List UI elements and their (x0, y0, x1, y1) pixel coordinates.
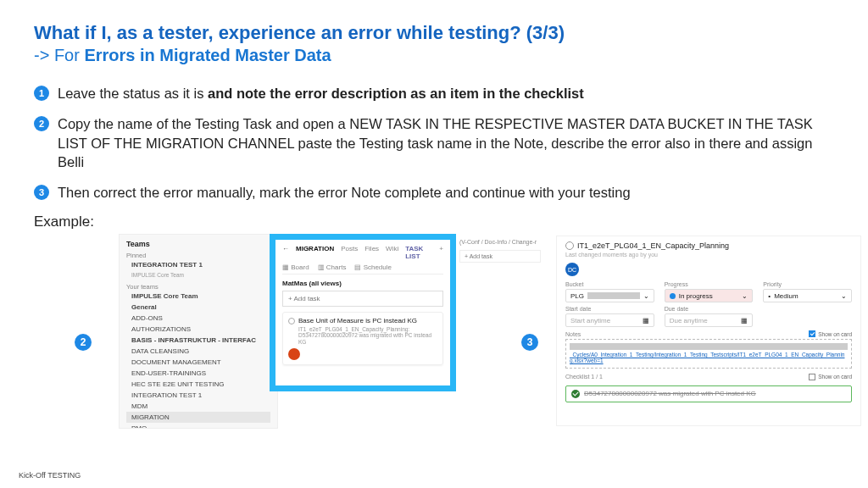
tab-tasklist[interactable]: TASK LIST (405, 245, 432, 260)
task-title: IT1_e2eT_PLG04_1_EN_Capacity_Planning (577, 241, 729, 250)
team-name[interactable]: IMPULSE Core Team (126, 291, 270, 302)
sidebar-item[interactable]: AUTHORIZATIONS (126, 324, 270, 335)
side-add-task[interactable]: + Add task (459, 250, 541, 263)
side-bucket-label: (V-Conf / Doc-Info / Change-r (459, 239, 541, 245)
slide-title-line2: -> For Errors in Migrated Master Data (34, 46, 834, 65)
step-3-text: Then correct the error manually, mark th… (58, 183, 834, 202)
priority-select[interactable]: •Medium⌄ (763, 289, 852, 302)
title-bold: Errors in Migrated Master Data (84, 46, 331, 64)
view-board[interactable]: ▦ Board (282, 263, 309, 271)
step-num-3: 3 (34, 185, 49, 200)
card-title: Base Unit of Measure is PC instead KG (298, 317, 437, 324)
start-date-input[interactable]: Start anytime▦ (565, 313, 654, 327)
view-charts[interactable]: ▥ Charts (318, 263, 347, 271)
calendar-icon: ▦ (741, 317, 748, 324)
step-num-2: 2 (34, 116, 49, 131)
pinned-label: Pinned (126, 252, 270, 259)
tab-plus[interactable]: + (439, 245, 443, 260)
sidebar-item[interactable]: END-USER-TRAININGS (126, 368, 270, 379)
notes-link[interactable]: _Cycles/A0_Integration_1_Testing/Integra… (570, 352, 848, 363)
steps-list: 1 Leave the status as it is and note the… (34, 84, 834, 202)
task-meta: Last changed moments ago by you (565, 252, 852, 258)
pinned-item[interactable]: INTEGRATION TEST 1 (126, 259, 270, 270)
bucket-select[interactable]: PLG⌄ (565, 289, 654, 302)
check-complete-icon[interactable] (571, 390, 580, 398)
assignee-avatar (288, 348, 300, 360)
side-bucket: (V-Conf / Doc-Info / Change-r + Add task (459, 239, 541, 263)
add-task-button[interactable]: + Add task (282, 291, 443, 307)
notes-label: Notes (565, 331, 581, 337)
tab-wiki[interactable]: Wiki (386, 245, 398, 260)
show-on-card-checkbox-2[interactable] (809, 374, 815, 380)
complete-circle-icon[interactable] (288, 318, 295, 324)
slide-title-line1: What if I, as a tester, experience an er… (34, 22, 834, 44)
notes-textarea[interactable]: _Cycles/A0_Integration_1_Testing/Integra… (565, 339, 852, 368)
bucket-label: Bucket (565, 281, 654, 287)
step-1-b: and note the error description as an ite… (208, 86, 584, 101)
examples-area: 2 3 Teams Pinned INTEGRATION TEST 1 IMPU… (25, 234, 834, 437)
start-label: Start date (565, 306, 654, 312)
yourteams-label: Your teams (126, 283, 270, 291)
checklist-item[interactable]: D534727800000020972 was migrated with PC… (565, 385, 852, 402)
due-label: Due date (665, 306, 754, 312)
show-on-card-label-2: Show on card (818, 374, 852, 380)
sidebar-item[interactable]: HEC STE E2E UNIT TESTING (126, 379, 270, 390)
calendar-icon: ▦ (643, 317, 649, 324)
step-num-1: 1 (34, 86, 49, 101)
card-subtitle: IT1_e2eT_PLG04_1_EN_Capacity_Planning: D… (298, 326, 437, 344)
sidebar-item[interactable]: MDM (126, 401, 270, 412)
planner-popup: ← MIGRATION Posts Files Wiki TASK LIST +… (270, 234, 456, 391)
tab-posts[interactable]: Posts (341, 245, 358, 260)
sidebar-item[interactable]: INTEGRATION TEST 1 (126, 390, 270, 401)
show-on-card-checkbox[interactable] (809, 330, 815, 337)
checklist-label: Checklist 1 / 1 (565, 374, 603, 380)
priority-label: Priority (763, 281, 852, 287)
bucket-header: MatMas (all views) (282, 280, 443, 287)
sidebar-item[interactable]: DOCUMENT MANAGEMENT (126, 357, 270, 368)
sidebar-item[interactable]: PMO (126, 423, 270, 429)
complete-circle-icon[interactable] (565, 241, 574, 250)
callout-2: 2 (75, 334, 92, 351)
progress-select[interactable]: In progress⌄ (665, 289, 754, 302)
due-date-input[interactable]: Due anytime▦ (665, 313, 754, 327)
teams-panel: Teams Pinned INTEGRATION TEST 1 IMPULSE … (119, 234, 278, 429)
sidebar-item[interactable]: BASIS - INFRASTRUKTUR - INTERFAC (126, 335, 270, 346)
view-schedule[interactable]: ▤ Schedule (354, 263, 392, 271)
checklist-item-text: D534727800000020972 was migrated with PC… (584, 390, 756, 397)
channel-tabs: ← MIGRATION Posts Files Wiki TASK LIST + (282, 245, 443, 260)
tab-migration[interactable]: MIGRATION (296, 245, 334, 260)
tab-files[interactable]: Files (364, 245, 379, 260)
show-on-card-label: Show on card (818, 331, 852, 337)
sidebar-item-migration[interactable]: MIGRATION (126, 412, 270, 423)
sidebar-item[interactable]: DATA CLEANSING (126, 346, 270, 357)
step-1-text: Leave the status as it is and note the e… (58, 84, 834, 103)
footer-text: Kick-Off TESTING (19, 471, 81, 480)
teams-header: Teams (126, 240, 270, 248)
task-detail-panel: IT1_e2eT_PLG04_1_EN_Capacity_Planning La… (556, 236, 861, 426)
step-1-a: Leave the status as it is (58, 86, 208, 101)
example-label: Example: (34, 214, 834, 230)
progress-label: Progress (665, 281, 754, 287)
assignee-chip[interactable]: DC (565, 263, 579, 276)
sidebar-item[interactable]: ADD-ONS (126, 313, 270, 324)
callout-3: 3 (521, 334, 538, 351)
title-arrow: -> For (34, 46, 84, 64)
pinned-sub: IMPULSE Core Team (126, 270, 270, 280)
sidebar-item[interactable]: General (126, 302, 270, 313)
task-card[interactable]: Base Unit of Measure is PC instead KG IT… (282, 312, 443, 364)
step-2-text: Copy the name of the Testing Task and op… (58, 114, 834, 171)
